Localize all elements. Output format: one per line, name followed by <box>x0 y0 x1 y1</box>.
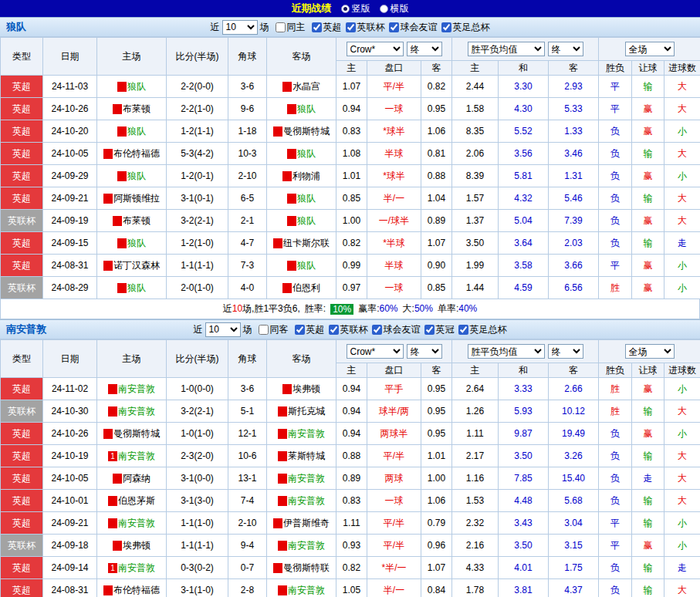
handicap-line: 半球 <box>367 143 421 165</box>
league-filter-checkbox[interactable] <box>458 325 468 335</box>
team-name: 南安普敦 <box>6 322 46 336</box>
goals-result-cell: 走 <box>664 557 700 579</box>
results-table-body: 英超 24-11-02 南安普敦 1-0(0-0) 3-6 埃弗顿 0.94 平… <box>1 378 700 597</box>
asian-final-select[interactable]: 终 <box>407 344 442 359</box>
match-row: 英超 24-10-19 1南安普敦 2-3(2-0) 10-6 莱斯特城 0.8… <box>1 445 700 467</box>
league-filter-checkbox[interactable] <box>346 22 356 32</box>
match-row: 英超 24-10-05 布伦特福德 5-3(4-2) 10-3 狼队 1.08 … <box>1 143 700 165</box>
same-side-filter[interactable]: 同客 <box>259 323 289 336</box>
league-filter[interactable]: 球会友谊 <box>372 323 421 336</box>
match-row: 英超 24-10-20 狼队 1-2(1-1) 1-18 曼彻斯特城 0.83 … <box>1 120 700 143</box>
match-date: 24-10-26 <box>43 423 97 445</box>
league-filter[interactable]: 英超 <box>312 21 342 34</box>
league-filter-checkbox[interactable] <box>295 325 305 335</box>
league-filter-checkbox[interactable] <box>389 22 399 32</box>
away-card-badge <box>287 149 296 159</box>
league-badge: 英联杯 <box>1 277 43 299</box>
league-filter[interactable]: 英联杯 <box>346 21 385 34</box>
radio-selected-icon[interactable] <box>341 5 350 13</box>
handicap-result-cell: 输 <box>632 143 664 165</box>
asian-home-odds: 0.88 <box>336 445 367 467</box>
scope-select[interactable]: 全场 <box>625 42 675 56</box>
goals-result-cell: 小 <box>664 255 700 277</box>
home-team-name: 南安普敦 <box>118 518 155 528</box>
match-row: 英超 24-09-21 阿斯顿维拉 3-1(0-1) 6-5 狼队 0.85 半… <box>1 187 700 210</box>
recent-count-select[interactable]: 10 <box>222 20 258 35</box>
col-type: 类型 <box>1 340 43 378</box>
sub-asian-away: 客 <box>421 363 452 378</box>
corners: 12-1 <box>228 423 267 445</box>
score: 3-1(0-1) <box>167 187 228 210</box>
league-filter-checkbox[interactable] <box>329 325 339 335</box>
score: 0-3(0-2) <box>167 557 228 579</box>
handicap-result-cell: 输 <box>632 187 664 210</box>
corners: 0-7 <box>228 557 267 579</box>
match-row: 英超 24-08-31 诺丁汉森林 1-1(1-1) 7-3 狼队 0.99 半… <box>1 255 700 277</box>
away-team-name: 斯托克城 <box>288 406 325 417</box>
handicap-line: 半/一 <box>367 187 421 210</box>
match-date: 24-10-20 <box>43 120 97 143</box>
same-side-filter[interactable]: 同主 <box>276 21 306 34</box>
same-side-label: 同客 <box>270 323 289 336</box>
corners: 4-0 <box>228 277 267 299</box>
league-filter[interactable]: 英联杯 <box>329 323 368 336</box>
euro-draw-odds: 3.30 <box>499 76 549 98</box>
goals-result-cell: 大 <box>664 143 700 165</box>
same-side-checkbox[interactable] <box>276 22 286 32</box>
same-side-checkbox[interactable] <box>259 325 269 335</box>
home-team-cell: 南安普敦 <box>97 378 167 400</box>
league-filter[interactable]: 英超 <box>295 323 325 336</box>
asian-away-odds: 0.95 <box>421 423 452 445</box>
home-team-cell: 埃弗顿 <box>97 535 167 557</box>
league-filter-label: 英联杯 <box>340 323 368 336</box>
league-filter-checkbox[interactable] <box>424 325 435 335</box>
match-date: 24-11-03 <box>43 76 97 98</box>
league-filter-checkbox[interactable] <box>372 325 382 335</box>
away-team-name: 水晶宫 <box>293 81 320 92</box>
euro-draw-odds: 5.52 <box>499 120 549 143</box>
home-card-badge <box>117 283 127 293</box>
away-card-badge <box>287 104 296 114</box>
match-row: 英超 24-11-02 南安普敦 1-0(0-0) 3-6 埃弗顿 0.94 平… <box>1 378 700 400</box>
asian-home-odds: 0.83 <box>336 120 367 143</box>
league-filter-label: 英冠 <box>436 323 455 336</box>
handicap-result-cell: 赢 <box>632 378 664 400</box>
league-badge: 英超 <box>1 467 43 490</box>
scope-select[interactable]: 全场 <box>625 344 675 359</box>
radio-unselected-icon[interactable] <box>380 5 388 13</box>
league-badge: 英超 <box>1 512 43 535</box>
league-filter-checkbox[interactable] <box>312 22 322 32</box>
league-badge: 英超 <box>1 423 43 445</box>
league-filter[interactable]: 英足总杯 <box>441 21 490 34</box>
layout-option-horizontal[interactable]: 横版 <box>380 2 409 15</box>
away-card-badge <box>287 216 296 226</box>
layout-option-vertical[interactable]: 竖版 <box>341 2 370 15</box>
euro-away-odds: 15.40 <box>549 467 599 490</box>
euro-final-select[interactable]: 终 <box>548 42 583 56</box>
odds-company-select[interactable]: Crow* <box>347 344 404 359</box>
asian-final-select[interactable]: 终 <box>407 42 442 56</box>
euro-odds-select[interactable]: 胜平负均值 <box>468 42 545 56</box>
home-team-name: 布伦特福德 <box>113 585 160 595</box>
home-card-badge <box>103 429 113 439</box>
euro-draw-odds: 7.85 <box>499 467 549 490</box>
asian-odds-group-header: Crow* 终 <box>336 38 452 61</box>
league-filter[interactable]: 球会友谊 <box>389 21 438 34</box>
asian-home-odds: 1.07 <box>336 76 367 98</box>
col-date: 日期 <box>43 340 97 378</box>
home-team-cell: 布伦特福德 <box>97 143 167 165</box>
asian-home-odds: 0.82 <box>336 232 367 255</box>
col-type: 类型 <box>1 38 43 76</box>
euro-away-odds: 4.37 <box>549 579 599 597</box>
page-title: 近期战绩 <box>292 2 332 15</box>
col-score: 比分(半场) <box>167 340 228 378</box>
odds-company-select[interactable]: Crow* <box>347 42 404 56</box>
euro-final-select[interactable]: 终 <box>548 344 583 359</box>
away-team-cell: 莱斯特城 <box>267 445 336 467</box>
result-cell: 平 <box>599 98 632 120</box>
league-filter-checkbox[interactable] <box>441 22 451 32</box>
recent-count-select[interactable]: 10 <box>205 322 241 337</box>
euro-odds-select[interactable]: 胜平负均值 <box>468 344 545 359</box>
league-filter[interactable]: 英足总杯 <box>458 323 507 336</box>
league-filter[interactable]: 英冠 <box>424 323 455 336</box>
